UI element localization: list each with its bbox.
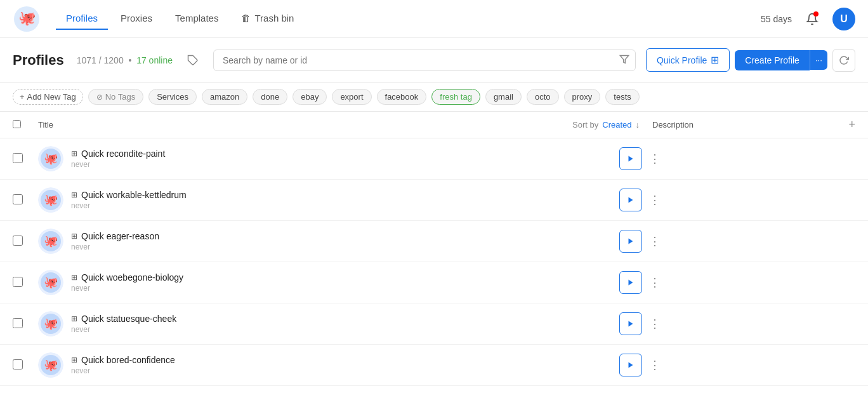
days-badge: 55 days bbox=[761, 14, 792, 24]
create-profile-more-button[interactable]: ··· bbox=[810, 50, 827, 70]
row-title: ⊞ Quick workable-kettledrum bbox=[71, 190, 619, 200]
more-button[interactable]: ⋮ bbox=[645, 272, 665, 293]
quick-profile-button[interactable]: Quick Profile ⊞ bbox=[646, 48, 730, 72]
row-actions: ⋮ bbox=[619, 312, 665, 335]
row-checkbox-wrap bbox=[13, 153, 38, 165]
sort-label: Sort by bbox=[572, 120, 598, 130]
play-button[interactable] bbox=[619, 189, 642, 211]
subheader: Profiles 1071 / 1200 • 17 online Quick P… bbox=[0, 38, 868, 83]
row-info: ⊞ Quick bored-confidence never bbox=[71, 355, 619, 375]
play-button[interactable] bbox=[619, 230, 642, 253]
row-avatar: 🐙 bbox=[38, 352, 63, 378]
row-checkbox-wrap bbox=[13, 194, 38, 206]
add-tag-button[interactable]: + Add New Tag bbox=[13, 89, 83, 105]
row-title: ⊞ Quick bored-confidence bbox=[71, 355, 619, 365]
svg-text:🐙: 🐙 bbox=[44, 193, 58, 207]
tag-octo[interactable]: octo bbox=[527, 89, 559, 105]
logo[interactable]: 🐙 bbox=[13, 5, 41, 33]
nav-links: Profiles Proxies Templates 🗑 Trash bin bbox=[56, 8, 761, 30]
search-wrap bbox=[213, 50, 636, 71]
svg-text:🐙: 🐙 bbox=[44, 276, 58, 289]
online-badge: 17 online bbox=[136, 55, 173, 65]
select-all-checkbox[interactable] bbox=[13, 120, 21, 128]
row-title: ⊞ Quick eager-reason bbox=[71, 231, 619, 241]
sort-field: Created bbox=[602, 120, 631, 130]
windows-row-icon: ⊞ bbox=[71, 232, 77, 241]
search-filter-button[interactable] bbox=[619, 54, 629, 66]
row-checkbox[interactable] bbox=[13, 194, 23, 204]
play-button[interactable] bbox=[619, 271, 642, 294]
page-title: Profiles bbox=[13, 52, 64, 69]
tags-row: + Add New Tag ⊘ No Tags Services amazon … bbox=[0, 83, 868, 112]
avatar[interactable]: U bbox=[832, 8, 855, 30]
tag-proxy[interactable]: proxy bbox=[564, 89, 601, 105]
notification-dot bbox=[813, 11, 819, 17]
row-checkbox-wrap bbox=[13, 359, 38, 371]
nav-proxies[interactable]: Proxies bbox=[110, 8, 162, 30]
row-title: ⊞ Quick recondite-paint bbox=[71, 149, 619, 159]
row-sub: never bbox=[71, 201, 619, 210]
row-sub: never bbox=[71, 160, 619, 169]
play-button[interactable] bbox=[619, 354, 642, 376]
tag-fresh-tag[interactable]: fresh tag bbox=[431, 89, 480, 105]
play-button[interactable] bbox=[619, 147, 642, 170]
tag-gmail[interactable]: gmail bbox=[485, 89, 522, 105]
tag-services[interactable]: Services bbox=[148, 89, 197, 105]
create-profile-button[interactable]: Create Profile bbox=[735, 50, 810, 70]
more-button[interactable]: ⋮ bbox=[645, 190, 665, 210]
table-body: 🐙 ⊞ Quick recondite-paint never ⋮ bbox=[0, 138, 868, 386]
more-button[interactable]: ⋮ bbox=[645, 149, 665, 169]
action-buttons: Quick Profile ⊞ Create Profile ··· bbox=[646, 48, 855, 72]
header-check bbox=[13, 120, 38, 130]
tag-facebook[interactable]: facebook bbox=[377, 89, 427, 105]
table-row: 🐙 ⊞ Quick eager-reason never ⋮ bbox=[0, 221, 868, 262]
table-row: 🐙 ⊞ Quick woebegone-biology never ⋮ bbox=[0, 262, 868, 303]
row-checkbox[interactable] bbox=[13, 318, 23, 328]
row-actions: ⋮ bbox=[619, 230, 665, 253]
row-avatar: 🐙 bbox=[38, 270, 63, 295]
nav-trash[interactable]: 🗑 Trash bin bbox=[231, 8, 304, 30]
more-button[interactable]: ⋮ bbox=[645, 231, 665, 251]
add-column-button[interactable]: + bbox=[848, 118, 855, 131]
tag-export[interactable]: export bbox=[332, 89, 371, 105]
topnav: 🐙 Profiles Proxies Templates 🗑 Trash bin… bbox=[0, 0, 868, 38]
svg-marker-23 bbox=[629, 321, 633, 327]
windows-row-icon: ⊞ bbox=[71, 273, 77, 282]
col-sort[interactable]: Sort by Created ↓ bbox=[572, 120, 640, 130]
row-avatar: 🐙 bbox=[38, 187, 63, 213]
row-title: ⊞ Quick statuesque-cheek bbox=[71, 314, 619, 324]
more-button[interactable]: ⋮ bbox=[645, 314, 665, 334]
svg-marker-3 bbox=[620, 55, 628, 63]
nav-profiles[interactable]: Profiles bbox=[56, 8, 108, 30]
search-input[interactable] bbox=[213, 50, 636, 71]
refresh-button[interactable] bbox=[832, 49, 855, 72]
trash-icon: 🗑 bbox=[241, 13, 251, 23]
row-checkbox[interactable] bbox=[13, 236, 23, 246]
tag-done[interactable]: done bbox=[253, 89, 287, 105]
bell-button[interactable] bbox=[802, 9, 822, 29]
row-checkbox[interactable] bbox=[13, 359, 23, 369]
tag-icon-button[interactable] bbox=[183, 50, 203, 70]
row-actions: ⋮ bbox=[619, 354, 665, 376]
row-sub: never bbox=[71, 284, 619, 293]
profile-count: 1071 / 1200 • 17 online bbox=[77, 55, 173, 65]
svg-text:🐙: 🐙 bbox=[44, 358, 58, 372]
nav-templates[interactable]: Templates bbox=[165, 8, 228, 30]
row-checkbox[interactable] bbox=[13, 153, 23, 163]
table-row: 🐙 ⊞ Quick workable-kettledrum never ⋮ bbox=[0, 180, 868, 221]
row-checkbox[interactable] bbox=[13, 277, 23, 287]
row-info: ⊞ Quick eager-reason never bbox=[71, 231, 619, 251]
play-button[interactable] bbox=[619, 312, 642, 335]
svg-marker-19 bbox=[629, 280, 633, 286]
more-button[interactable]: ⋮ bbox=[645, 355, 665, 375]
windows-icon: ⊞ bbox=[711, 54, 719, 66]
col-title: Title bbox=[38, 120, 572, 130]
tag-amazon[interactable]: amazon bbox=[202, 89, 247, 105]
create-profile-wrap: Create Profile ··· bbox=[735, 50, 827, 70]
svg-text:🐙: 🐙 bbox=[44, 234, 58, 248]
row-checkbox-wrap bbox=[13, 277, 38, 289]
tag-no-tags[interactable]: ⊘ No Tags bbox=[88, 89, 143, 105]
tag-tests[interactable]: tests bbox=[605, 89, 639, 105]
tag-ebay[interactable]: ebay bbox=[293, 89, 327, 105]
svg-marker-7 bbox=[629, 156, 633, 162]
